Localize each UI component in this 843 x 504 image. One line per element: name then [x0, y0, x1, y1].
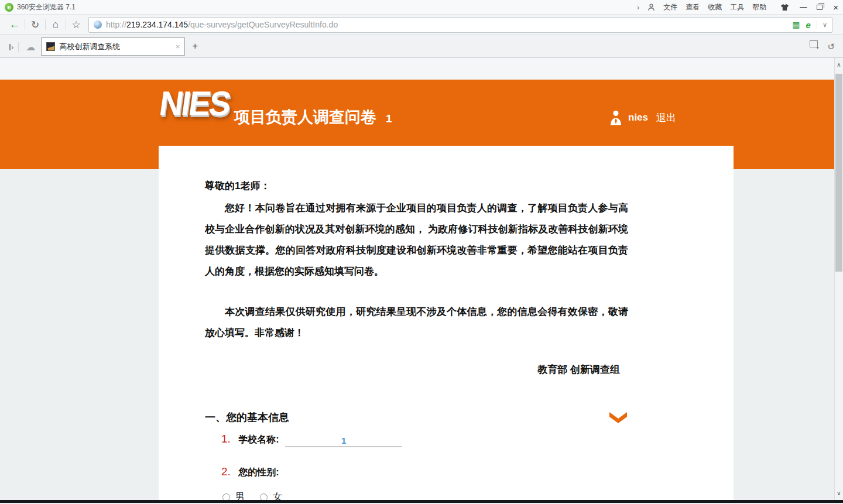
question-number: 2.: [221, 465, 231, 478]
window-title: 360安全浏览器 7.1: [17, 2, 76, 12]
question-gender: 2. 您的性别:: [221, 465, 628, 479]
question-label: 您的性别:: [238, 467, 279, 477]
survey-card: 尊敬的1老师： 您好！本问卷旨在通过对拥有来源于企业项目的项目负责人的调查，了解…: [159, 146, 734, 500]
section-collapse-chevron-icon[interactable]: [608, 411, 628, 424]
scroll-up-arrow-icon[interactable]: ∧: [835, 61, 843, 68]
nies-logo: NIES: [157, 83, 232, 123]
toolbar-divider: [66, 19, 66, 30]
bottom-edge-strip: [0, 500, 843, 503]
home-icon[interactable]: ⌂: [47, 19, 64, 30]
menu-tools[interactable]: 工具: [730, 2, 744, 12]
menu-favorites[interactable]: 收藏: [708, 2, 722, 12]
new-tab-button[interactable]: +: [192, 40, 198, 52]
tab-survey-system[interactable]: 高校创新调查系统 ×: [41, 37, 185, 56]
sidebar-toggle-arrow: ›: [11, 43, 13, 52]
restore-button[interactable]: [817, 5, 823, 10]
cloud-sync-icon[interactable]: ☁: [26, 42, 35, 53]
question-school-name: 1. 学校名称: 1: [221, 433, 628, 447]
menu-view[interactable]: 查看: [686, 2, 700, 12]
window-titlebar: e 360安全浏览器 7.1 › 文件 查看 收藏 工具 帮助 — ×: [0, 0, 843, 14]
url-dropdown-icon[interactable]: ∨: [817, 21, 827, 29]
compat-mode-icon[interactable]: e: [806, 20, 811, 30]
question-number: 1.: [221, 433, 231, 445]
salutation: 尊敬的1老师：: [205, 179, 628, 193]
qr-code-icon[interactable]: ▦: [792, 20, 800, 29]
section-title: 一、您的基本信息: [205, 410, 289, 424]
browser-logo-icon: e: [5, 3, 13, 12]
tab-list-icon[interactable]: [811, 42, 818, 47]
tabbar-divider: [18, 42, 19, 52]
menu-file[interactable]: 文件: [663, 2, 677, 12]
intro-paragraph-2: 本次调查结果仅供研究使用，研究结果呈现不涉及个体信息，您的信息会得有效保密，敬请…: [205, 301, 628, 344]
minimize-button[interactable]: —: [800, 3, 806, 11]
username: nies: [628, 112, 648, 124]
survey-title: 项目负责人调查问卷 1: [234, 107, 392, 128]
user-area: nies 退出: [609, 110, 676, 125]
close-button[interactable]: ×: [833, 2, 838, 12]
toolbar-divider: [25, 19, 25, 30]
tab-favicon: [46, 42, 55, 51]
back-icon[interactable]: ←: [6, 18, 23, 31]
scroll-down-arrow-icon[interactable]: ∨: [835, 490, 843, 496]
site-globe-icon: [94, 20, 102, 29]
menu-help[interactable]: 帮助: [752, 2, 766, 12]
page-viewport: NIES 项目负责人调查问卷 1 nies 退出 尊敬的1老师： 您好！本问卷旨…: [0, 58, 843, 503]
section-header: 一、您的基本信息: [205, 410, 628, 424]
page-scrollbar[interactable]: ∧ ∨: [834, 58, 843, 500]
survey-title-text: 项目负责人调查问卷: [234, 107, 376, 128]
toolbar-divider: [45, 19, 46, 30]
user-icon: [609, 110, 623, 125]
address-bar[interactable]: http:// 219.234.174.145 /que-surveys/get…: [88, 17, 832, 33]
question-label: 学校名称:: [238, 434, 279, 444]
account-icon[interactable]: [647, 4, 655, 11]
page-top-strip: [0, 58, 834, 80]
favorite-star-icon[interactable]: ☆: [67, 19, 85, 31]
scrollbar-thumb[interactable]: [835, 74, 842, 272]
tab-bar: › ☁ 高校创新调查系统 × + ↺: [0, 35, 843, 58]
url-path: /que-surveys/getQueSurveyResultInfo.do: [188, 20, 338, 29]
survey-title-number: 1: [386, 112, 392, 125]
refresh-icon[interactable]: ↻: [26, 19, 44, 31]
school-name-input[interactable]: 1: [285, 435, 402, 447]
sidebar-toggle-bar: [9, 44, 11, 50]
navigation-toolbar: ← ↻ ⌂ ☆ http:// 219.234.174.145 /que-sur…: [0, 14, 843, 35]
menu-collapse-icon[interactable]: ›: [637, 3, 639, 12]
tab-title: 高校创新调查系统: [59, 42, 172, 52]
signature: 教育部 创新调查组: [205, 363, 628, 376]
reopen-closed-tab-icon[interactable]: ↺: [827, 42, 835, 52]
skin-icon[interactable]: [780, 4, 789, 11]
logout-link[interactable]: 退出: [656, 111, 676, 125]
url-domain: 219.234.174.145: [126, 20, 188, 29]
sidebar-toggle-icon[interactable]: ›: [9, 43, 13, 52]
intro-paragraph-1: 您好！本问卷旨在通过对拥有来源于企业项目的项目负责人的调查，了解项目负责人参与高…: [205, 198, 628, 282]
tab-close-icon[interactable]: ×: [176, 42, 180, 51]
url-scheme: http://: [106, 20, 126, 29]
